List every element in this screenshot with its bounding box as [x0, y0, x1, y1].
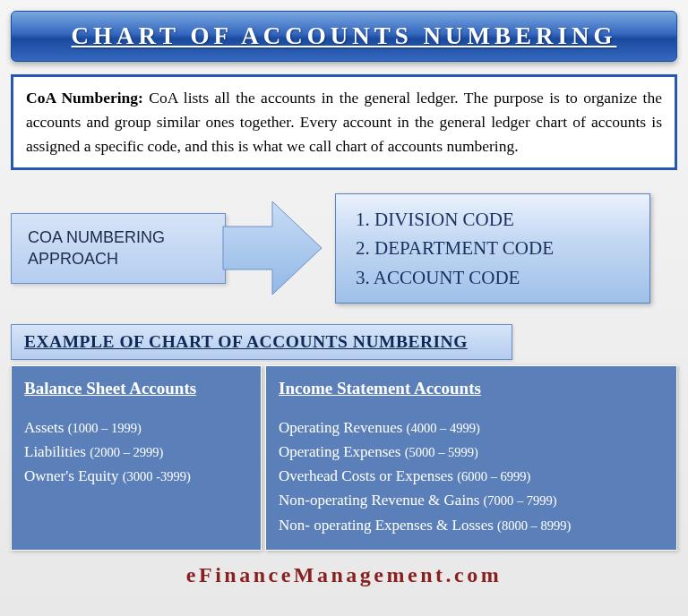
item-name: Assets	[24, 419, 64, 436]
description-box: CoA Numbering: CoA lists all the account…	[11, 74, 677, 170]
list-item: Non- operating Expenses & Losses (8000 –…	[279, 513, 664, 537]
item-range: (2000 – 2999)	[90, 445, 163, 459]
item-name: Overhead Costs or Expenses	[279, 467, 453, 484]
income-heading: Income Statement Accounts	[279, 375, 664, 402]
approach-line1: COA NUMBERING	[28, 227, 209, 248]
page-title-bar: CHART OF ACCOUNTS NUMBERING	[11, 11, 677, 62]
item-name: Owner's Equity	[24, 467, 119, 484]
item-name: Liabilities	[24, 443, 86, 460]
list-item: Overhead Costs or Expenses (6000 – 6999)	[279, 464, 664, 488]
list-item: Assets (1000 – 1999)	[24, 415, 248, 440]
item-range: (5000 – 5999)	[405, 445, 478, 459]
item-name: Operating Expenses	[279, 443, 400, 460]
example-header-text: EXAMPLE OF CHART OF ACCOUNTS NUMBERING	[24, 332, 468, 351]
item-range: (3000 -3999)	[123, 469, 191, 483]
income-statement-panel: Income Statement Accounts Operating Reve…	[265, 365, 677, 550]
code-division: 1. DIVISION CODE	[356, 205, 630, 235]
code-account: 3. ACCOUNT CODE	[356, 263, 630, 293]
approach-line2: APPROACH	[28, 248, 209, 270]
approach-label-box: COA NUMBERING APPROACH	[11, 213, 226, 284]
balance-heading: Balance Sheet Accounts	[24, 375, 248, 402]
item-range: (4000 – 4999)	[407, 421, 480, 435]
item-name: Non-operating Revenue & Gains	[279, 492, 479, 509]
example-panels: Balance Sheet Accounts Assets (1000 – 19…	[11, 365, 677, 550]
item-range: (7000 – 7999)	[484, 493, 557, 508]
item-name: Non- operating Expenses & Losses	[279, 517, 494, 534]
balance-sheet-panel: Balance Sheet Accounts Assets (1000 – 19…	[11, 365, 262, 550]
item-range: (1000 – 1999)	[68, 421, 142, 435]
list-item: Non-operating Revenue & Gains (7000 – 79…	[279, 488, 664, 512]
codes-box: 1. DIVISION CODE 2. DEPARTMENT CODE 3. A…	[335, 193, 650, 304]
list-item: Operating Revenues (4000 – 4999)	[279, 415, 664, 440]
list-item: Operating Expenses (5000 – 5999)	[279, 440, 664, 464]
footer-brand: eFinanceManagement.com	[11, 563, 677, 587]
code-department: 2. DEPARTMENT CODE	[356, 234, 630, 263]
item-name: Operating Revenues	[279, 419, 402, 436]
page-title: CHART OF ACCOUNTS NUMBERING	[30, 22, 658, 50]
arrow-right-icon	[219, 194, 326, 302]
list-item: Owner's Equity (3000 -3999)	[24, 464, 248, 488]
svg-marker-0	[223, 201, 322, 295]
approach-row: COA NUMBERING APPROACH 1. DIVISION CODE …	[11, 190, 677, 306]
description-label: CoA Numbering:	[26, 89, 143, 107]
list-item: Liabilities (2000 – 2999)	[24, 440, 248, 464]
example-header: EXAMPLE OF CHART OF ACCOUNTS NUMBERING	[11, 324, 512, 360]
item-range: (8000 – 8999)	[497, 518, 571, 533]
item-range: (6000 – 6999)	[457, 469, 530, 483]
